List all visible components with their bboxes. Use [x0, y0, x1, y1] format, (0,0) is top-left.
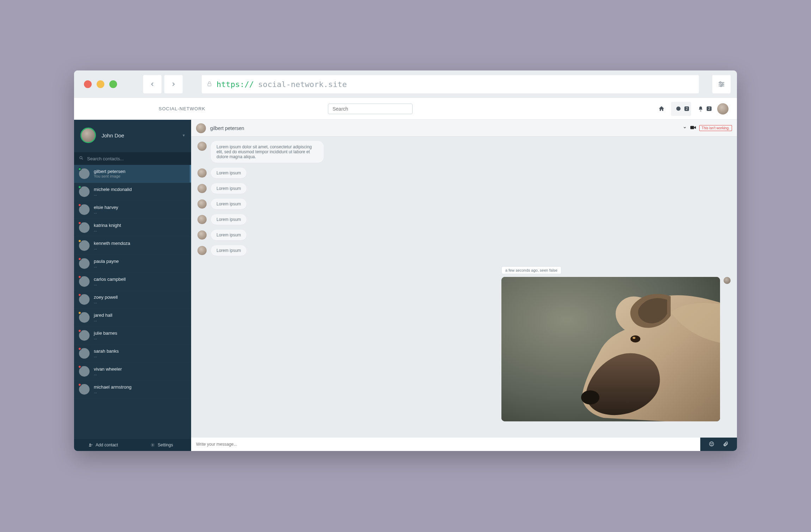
- contact-item[interactable]: sarah banks...: [74, 345, 191, 363]
- topbar-right: 2 2: [654, 102, 737, 116]
- contact-name: gilbert petersen: [94, 169, 126, 174]
- contact-subtext: ...: [94, 354, 119, 358]
- contact-name: julie barnes: [94, 330, 117, 336]
- window-minimize-icon[interactable]: [97, 80, 104, 88]
- status-dot: [78, 167, 81, 171]
- incoming-message: Lorem ipsum: [197, 230, 731, 240]
- emoji-icon[interactable]: [709, 441, 714, 448]
- message-avatar: [197, 168, 207, 178]
- contact-item[interactable]: vivan wheeler...: [74, 363, 191, 381]
- bell-icon[interactable]: [695, 104, 706, 114]
- contact-name: sarah banks: [94, 348, 119, 354]
- home-icon[interactable]: [656, 104, 667, 114]
- messages-area[interactable]: Lorem ipsum dolor sit amet, consectetur …: [191, 137, 737, 438]
- contact-name: kenneth mendoza: [94, 241, 130, 246]
- contact-subtext: ...: [94, 246, 130, 250]
- status-dot: [78, 347, 81, 351]
- svg-rect-0: [208, 83, 211, 86]
- contact-subtext: ...: [94, 336, 117, 340]
- error-tag: This isn't working.: [699, 125, 732, 131]
- add-contact-label: Add contact: [96, 443, 118, 447]
- search-input[interactable]: [328, 104, 413, 114]
- traffic-lights: [84, 80, 117, 88]
- composer: [191, 438, 700, 451]
- status-dot: [78, 293, 81, 297]
- message-avatar: [197, 230, 207, 240]
- message-avatar: [197, 199, 207, 209]
- svg-point-15: [630, 335, 640, 342]
- contact-name: katrina knight: [94, 223, 121, 228]
- attachment-icon[interactable]: [723, 441, 728, 448]
- contact-search[interactable]: Search contacts...: [74, 152, 191, 165]
- svg-point-18: [711, 443, 711, 444]
- window-close-icon[interactable]: [84, 80, 92, 88]
- contact-search-placeholder: Search contacts...: [87, 156, 124, 161]
- status-dot: [78, 329, 81, 333]
- back-button[interactable]: [143, 75, 161, 93]
- contact-item[interactable]: jared hall...: [74, 309, 191, 327]
- svg-point-14: [581, 390, 599, 404]
- contact-item[interactable]: carlos campbell...: [74, 273, 191, 291]
- message-avatar: [197, 184, 207, 193]
- app-topbar: SOCIAL-NETWORK 2 2: [74, 98, 737, 120]
- contact-item[interactable]: zoey powell...: [74, 291, 191, 309]
- url-host: social-network.site: [258, 80, 347, 89]
- contact-subtext: ...: [94, 228, 121, 233]
- contact-subtext: ...: [94, 210, 118, 215]
- sidebar-profile[interactable]: John Doe ▾: [74, 120, 191, 152]
- forward-button[interactable]: [164, 75, 183, 93]
- contact-item[interactable]: katrina knight...: [74, 219, 191, 237]
- svg-point-8: [80, 156, 82, 159]
- contact-item[interactable]: gilbert petersenYou sent image: [74, 165, 191, 183]
- message-bubble: Lorem ipsum: [211, 230, 246, 240]
- avatar[interactable]: [717, 103, 728, 115]
- message-meta: a few seconds ago, seen false: [501, 266, 561, 274]
- contact-item[interactable]: michael armstrong...: [74, 381, 191, 398]
- url-bar[interactable]: https://social-network.site: [202, 75, 699, 93]
- status-dot: [78, 275, 81, 279]
- contact-item[interactable]: julie barnes...: [74, 327, 191, 345]
- svg-point-7: [676, 106, 681, 111]
- profile-name: John Doe: [102, 132, 124, 138]
- contact-subtext: ...: [94, 282, 126, 286]
- contact-subtext: ...: [94, 300, 118, 304]
- browser-settings-button[interactable]: [712, 75, 731, 93]
- status-dot: [78, 257, 81, 261]
- incoming-message: Lorem ipsum: [197, 199, 731, 209]
- contact-item[interactable]: kenneth mendoza...: [74, 237, 191, 255]
- contact-name: michael armstrong: [94, 384, 132, 390]
- message-avatar: [197, 246, 207, 255]
- contact-item[interactable]: paula payne...: [74, 255, 191, 273]
- incoming-message: Lorem ipsum: [197, 168, 731, 178]
- contact-name: jared hall: [94, 313, 112, 318]
- add-contact-button[interactable]: Add contact: [74, 439, 133, 451]
- search-icon: [79, 156, 84, 161]
- notification-badge: 2: [707, 106, 712, 111]
- svg-line-9: [82, 159, 83, 160]
- video-icon[interactable]: [690, 125, 696, 131]
- download-icon[interactable]: [682, 125, 687, 131]
- image-message[interactable]: [501, 277, 720, 421]
- message-input[interactable]: [196, 442, 695, 447]
- contact-name: carlos campbell: [94, 277, 126, 282]
- svg-rect-12: [690, 126, 694, 129]
- message-bubble: Lorem ipsum: [211, 183, 246, 194]
- messenger-icon[interactable]: [673, 104, 684, 114]
- status-dot: [78, 383, 81, 386]
- messenger-badge: 2: [684, 106, 689, 111]
- url-protocol: https://: [217, 80, 254, 89]
- message-bubble: Lorem ipsum: [211, 245, 246, 256]
- contact-item[interactable]: michele mcdonalid...: [74, 183, 191, 201]
- contact-subtext: ...: [94, 318, 112, 322]
- svg-point-16: [633, 337, 635, 339]
- profile-avatar: [80, 128, 96, 143]
- brand[interactable]: SOCIAL-NETWORK: [159, 106, 236, 111]
- window-maximize-icon[interactable]: [109, 80, 117, 88]
- contact-list[interactable]: gilbert petersenYou sent imagemichele mc…: [74, 165, 191, 439]
- settings-button[interactable]: Settings: [133, 439, 191, 451]
- contact-item[interactable]: elsie harvey...: [74, 201, 191, 219]
- incoming-message: Lorem ipsum dolor sit amet, consectetur …: [197, 141, 731, 163]
- chevron-down-icon[interactable]: ▾: [183, 133, 185, 138]
- message-bubble: Lorem ipsum: [211, 199, 246, 209]
- svg-point-5: [722, 83, 723, 85]
